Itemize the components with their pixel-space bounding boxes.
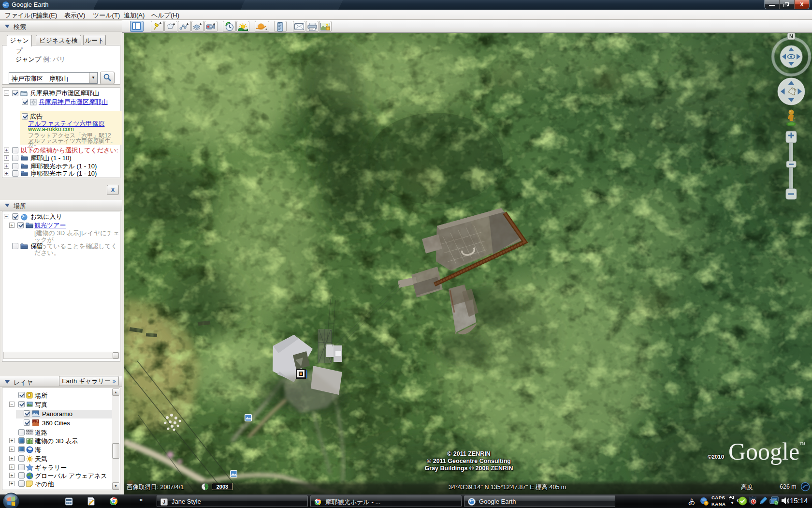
svg-text:N: N	[789, 33, 793, 39]
